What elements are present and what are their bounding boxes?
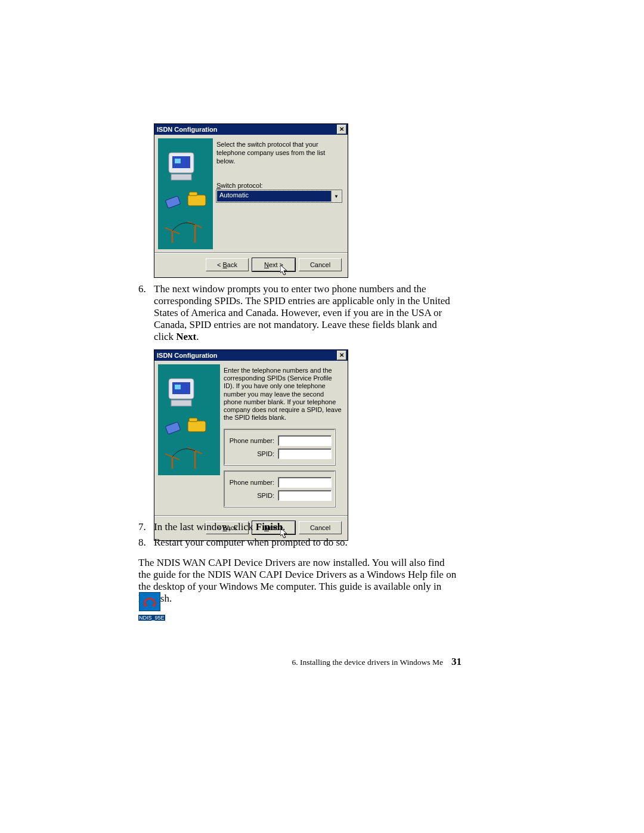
step-7: 7. In the last window, click Finish.	[138, 521, 458, 533]
ndis-icon-graphic	[139, 592, 160, 611]
svg-rect-5	[189, 192, 197, 196]
isdn-dialog-2: ISDN Configuration ✕	[154, 349, 348, 541]
switch-protocol-select[interactable]: Automatic ▼	[216, 190, 342, 202]
step-6: 6. The next window prompts you to enter …	[138, 283, 458, 343]
switch-protocol-value: Automatic	[217, 191, 331, 202]
dialog-title: ISDN Configuration	[157, 352, 217, 359]
isdn-dialog-1: ISDN Configuration ✕	[154, 123, 348, 278]
ndis-desktop-icon: NDIS_95E	[138, 592, 161, 622]
page-number: 31	[451, 656, 462, 668]
dropdown-icon[interactable]: ▼	[331, 191, 341, 202]
phone-number-label: Phone number:	[228, 479, 278, 486]
wizard-graphic	[158, 138, 213, 249]
step-text-bold: Finish	[256, 521, 283, 532]
step-text-bold: Next	[176, 331, 196, 342]
switch-protocol-label: SSwitch protocol:witch protocol:	[216, 182, 342, 189]
svg-rect-16	[189, 418, 197, 422]
svg-rect-3	[171, 174, 191, 180]
close-icon: ✕	[339, 352, 344, 358]
svg-rect-13	[175, 385, 181, 389]
step-text: Restart your computer when prompted to d…	[154, 537, 458, 549]
page: ISDN Configuration ✕	[0, 0, 644, 833]
svg-rect-4	[188, 195, 206, 206]
footer-section: 6. Installing the device drivers in Wind…	[292, 658, 443, 667]
ndis-icon-label: NDIS_95E	[138, 615, 165, 621]
titlebar: ISDN Configuration ✕	[154, 124, 348, 135]
svg-rect-17	[165, 422, 180, 435]
cancel-button[interactable]: Cancel	[299, 258, 342, 271]
instruction-text: Select the switch protocol that your tel…	[216, 141, 342, 165]
step-8: 8. Restart your computer when prompted t…	[138, 537, 458, 549]
svg-rect-15	[188, 421, 206, 432]
page-footer: 6. Installing the device drivers in Wind…	[292, 656, 462, 668]
phone-number-input-1[interactable]	[278, 435, 332, 446]
phone-number-input-2[interactable]	[278, 477, 332, 488]
wizard-graphic	[158, 364, 220, 475]
cursor-icon	[280, 265, 290, 277]
spid-input-1[interactable]	[278, 448, 332, 459]
close-button[interactable]: ✕	[337, 351, 346, 360]
svg-rect-14	[171, 400, 191, 406]
titlebar: ISDN Configuration ✕	[154, 350, 348, 361]
step-number: 8.	[138, 537, 146, 549]
dialog-title: ISDN Configuration	[157, 126, 217, 133]
svg-point-23	[153, 604, 156, 607]
step-number: 6.	[138, 283, 146, 295]
next-button[interactable]: Next >	[252, 258, 295, 271]
step-number: 7.	[138, 521, 146, 533]
instruction-text: Enter the telephone numbers and the corr…	[224, 367, 342, 422]
phone-number-label: Phone number:	[228, 437, 278, 444]
step-text: In the last window, click	[154, 521, 256, 532]
spid-label: SPID:	[228, 492, 278, 499]
svg-point-22	[144, 604, 147, 607]
spid-label: SPID:	[228, 450, 278, 457]
phone-group-1: Phone number: SPID:	[224, 429, 336, 466]
close-button[interactable]: ✕	[337, 125, 346, 134]
phone-group-2: Phone number: SPID:	[224, 470, 336, 507]
back-button[interactable]: < Back	[206, 258, 249, 271]
button-row: < Back Next > Cancel	[154, 253, 348, 277]
final-paragraph: The NDIS WAN CAPI Device Drivers are now…	[138, 557, 458, 605]
svg-rect-6	[165, 196, 180, 209]
svg-rect-2	[175, 159, 181, 163]
spid-input-2[interactable]	[278, 490, 332, 501]
close-icon: ✕	[339, 126, 344, 132]
